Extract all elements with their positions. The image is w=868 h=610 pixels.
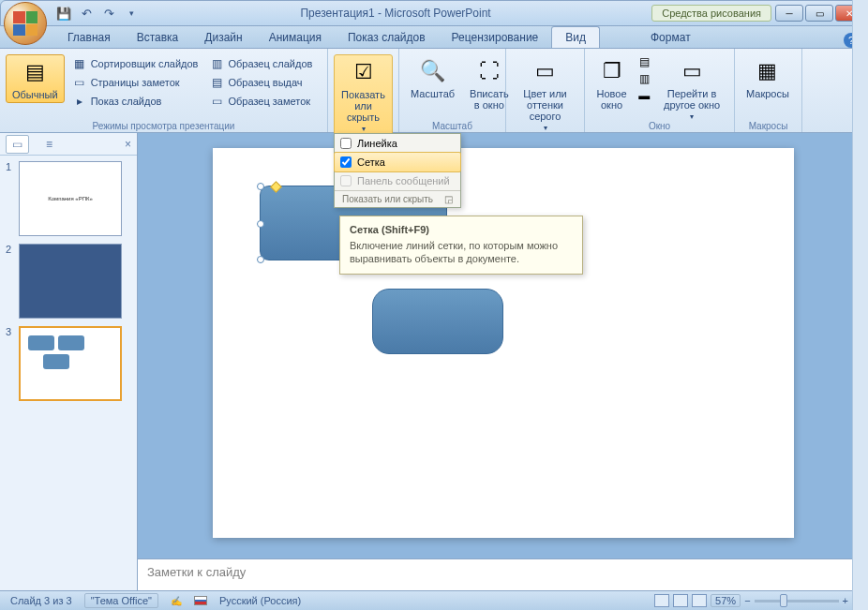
slide-thumb-1[interactable]: 1 Компания «РПК» — [6, 161, 131, 236]
slideshow-view-btn[interactable] — [692, 594, 707, 607]
slide-thumb-2[interactable]: 2 — [6, 244, 131, 319]
color-grayscale-button[interactable]: ▭ Цвет или оттенки серого ▾ — [512, 54, 578, 134]
chevron-down-icon: ▾ — [690, 112, 694, 121]
sorter-view-btn[interactable] — [673, 594, 688, 607]
normal-view-icon: ▤ — [20, 57, 50, 87]
ribbon: ▤ Обычный ▦Сортировщик слайдов ▭Страницы… — [0, 49, 868, 133]
zoom-slider-thumb[interactable] — [780, 594, 787, 607]
group-zoom: Масштаб — [399, 121, 505, 131]
status-slide-number[interactable]: Слайд 3 из 3 — [6, 594, 77, 607]
group-macros: Макросы — [735, 121, 801, 131]
msgbar-checkbox — [340, 175, 352, 186]
zoom-slider[interactable] — [755, 600, 839, 603]
notes-master-button[interactable]: ▭Образец заметок — [205, 92, 316, 111]
tooltip-grid: Сетка (Shift+F9) Включение линий сетки, … — [339, 216, 583, 275]
notes-pane[interactable]: Заметки к слайду — [138, 558, 868, 590]
resize-handle-sw[interactable] — [257, 256, 264, 263]
ruler-checkbox[interactable] — [340, 138, 352, 149]
vertical-scrollbar[interactable] — [852, 133, 868, 558]
macros-icon: ▦ — [753, 56, 783, 86]
show-hide-icon: ☑ — [349, 57, 379, 87]
dropdown-footer: Показать или скрыть◲ — [335, 190, 460, 207]
tab-design[interactable]: Дизайн — [191, 27, 255, 48]
grid-checkbox[interactable] — [340, 156, 352, 168]
titlebar: 💾 ↶ ↷ ▾ Презентация1 - Microsoft PowerPo… — [0, 0, 868, 26]
tab-animations[interactable]: Анимация — [256, 27, 335, 48]
dialog-launcher-icon[interactable]: ◲ — [444, 194, 453, 204]
language-flag-icon — [194, 596, 207, 605]
thumbnails-tab[interactable]: ▭ — [6, 135, 29, 154]
fit-icon: ⛶ — [474, 56, 504, 86]
qat-more-icon[interactable]: ▾ — [123, 5, 140, 22]
slide-sorter-button[interactable]: ▦Сортировщик слайдов — [68, 54, 202, 73]
office-button[interactable] — [4, 2, 47, 45]
ribbon-tabs: Главная Вставка Дизайн Анимация Показ сл… — [0, 26, 868, 49]
slide-thumb-3[interactable]: 3 — [6, 326, 131, 401]
resize-handle-nw[interactable] — [257, 183, 264, 190]
show-hide-dropdown: Линейка Сетка Панель сообщений Показать … — [334, 133, 461, 208]
color-icon: ▭ — [531, 56, 561, 86]
redo-icon[interactable]: ↷ — [100, 5, 117, 22]
handout-master-button[interactable]: ▤Образец выдач — [205, 73, 316, 92]
maximize-button[interactable]: ▭ — [805, 5, 833, 22]
spellcheck-icon[interactable]: ✍ — [166, 595, 187, 607]
handout-icon: ▤ — [209, 75, 224, 90]
switch-icon: ▭ — [677, 56, 707, 86]
notes-page-button[interactable]: ▭Страницы заметок — [68, 73, 202, 92]
slide-canvas[interactable] — [213, 148, 794, 538]
outline-tab[interactable]: ≡ — [40, 136, 58, 153]
save-icon[interactable]: 💾 — [55, 5, 72, 22]
tooltip-body: Включение линий сетки, по которым можно … — [350, 239, 573, 266]
dropdown-ruler[interactable]: Линейка — [335, 134, 460, 153]
tab-view[interactable]: Вид — [551, 26, 600, 48]
new-window-icon: ❐ — [597, 56, 627, 86]
minimize-button[interactable]: ─ — [775, 5, 803, 22]
zoom-percent[interactable]: 57% — [711, 594, 741, 607]
new-window-button[interactable]: ❐ Новое окно — [591, 54, 633, 112]
tooltip-title: Сетка (Shift+F9) — [350, 224, 573, 235]
macros-button[interactable]: ▦ Макросы — [741, 54, 795, 101]
adjust-handle[interactable] — [270, 181, 282, 193]
show-hide-button[interactable]: ☑ Показать или скрыть ▾ — [334, 54, 393, 136]
quick-access-toolbar: 💾 ↶ ↷ ▾ — [55, 5, 140, 22]
slide-thumbnails-panel: ▭ ≡ × 1 Компания «РПК» 2 3 — [0, 133, 138, 590]
notes-master-icon: ▭ — [209, 94, 224, 109]
status-language[interactable]: Русский (Россия) — [215, 594, 306, 607]
tab-insert[interactable]: Вставка — [124, 27, 192, 48]
sorter-icon: ▦ — [72, 56, 87, 71]
normal-view-btn[interactable] — [654, 594, 669, 607]
chevron-down-icon: ▾ — [362, 125, 366, 133]
dropdown-message-bar: Панель сообщений — [335, 171, 460, 190]
cascade-icon[interactable]: ▥ — [636, 71, 651, 86]
arrange-icon[interactable]: ▤ — [636, 54, 651, 69]
slideshow-button[interactable]: ▸Показ слайдов — [68, 92, 202, 111]
dropdown-grid[interactable]: Сетка — [334, 152, 461, 172]
window-title: Презентация1 - Microsoft PowerPoint — [140, 7, 651, 20]
status-theme[interactable]: "Тема Office" — [84, 593, 158, 608]
undo-icon[interactable]: ↶ — [78, 5, 95, 22]
zoom-out-button[interactable]: − — [744, 595, 750, 606]
close-panel-icon[interactable]: × — [125, 138, 131, 151]
normal-view-button[interactable]: ▤ Обычный — [6, 54, 65, 103]
tab-slideshow[interactable]: Показ слайдов — [335, 27, 439, 48]
group-presentation-views: Режимы просмотра презентации — [0, 121, 327, 131]
resize-handle-w[interactable] — [257, 220, 264, 228]
statusbar: Слайд 3 из 3 "Тема Office" ✍ Русский (Ро… — [0, 590, 868, 610]
master-icon: ▥ — [209, 56, 224, 71]
split-icon[interactable]: ▬ — [636, 88, 651, 103]
zoom-button[interactable]: 🔍 Масштаб — [405, 54, 460, 101]
group-window: Окно — [585, 121, 734, 131]
tab-format[interactable]: Формат — [637, 27, 704, 48]
play-icon: ▸ — [72, 94, 87, 109]
slide-master-button[interactable]: ▥Образец слайдов — [205, 54, 316, 73]
tab-review[interactable]: Рецензирование — [439, 27, 552, 48]
slide-scroll[interactable] — [138, 133, 868, 558]
switch-windows-button[interactable]: ▭ Перейти в другое окно ▾ — [655, 54, 728, 123]
zoom-in-button[interactable]: + — [843, 595, 848, 606]
tab-home[interactable]: Главная — [54, 27, 124, 48]
notes-icon: ▭ — [72, 75, 87, 90]
contextual-tab-label: Средства рисования — [651, 5, 771, 22]
shape-rounded-rect-2[interactable] — [372, 289, 503, 354]
zoom-icon: 🔍 — [418, 56, 448, 86]
chevron-down-icon: ▾ — [544, 124, 547, 132]
